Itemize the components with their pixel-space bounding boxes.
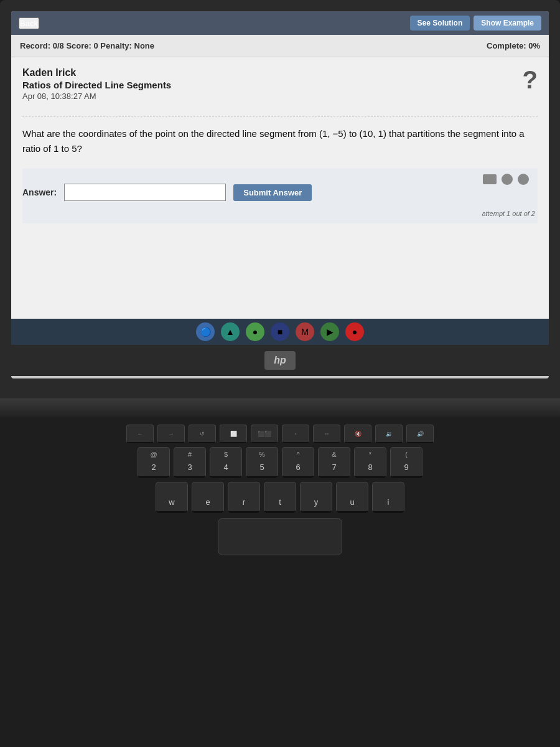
key-5[interactable]: % 5: [246, 447, 278, 478]
record-text: Record: 0/8 Score: 0 Penalty: None: [20, 41, 154, 50]
question-mark-icon[interactable]: ?: [523, 67, 538, 92]
qwerty-row: w e r t y u i: [19, 482, 541, 513]
undo-icon[interactable]: [502, 174, 513, 185]
key-refresh[interactable]: ↺: [189, 425, 216, 443]
toolbar-icons: [483, 174, 529, 185]
taskbar: 🔵 ▲ ● ■ M ▶ ●: [11, 319, 549, 345]
key-r[interactable]: r: [228, 482, 260, 513]
student-name: Kaden Irick: [22, 67, 171, 78]
taskbar-icon-1[interactable]: 🔵: [196, 322, 215, 341]
assignment-title: Ratios of Directed Line Segments: [22, 80, 171, 90]
screen-content: Back See Solution Show Example Record: 0…: [11, 11, 549, 378]
key-w[interactable]: w: [156, 482, 188, 513]
top-bar: Back See Solution Show Example: [11, 11, 549, 35]
keyboard: ← → ↺ ⬜ ⬛⬛ ◦ ◦◦ 🔇 🔉 🔊 @ 2 # 3 $ 4 % 5 ^ …: [0, 417, 560, 747]
taskbar-icon-7[interactable]: ●: [345, 322, 364, 341]
key-u[interactable]: u: [336, 482, 368, 513]
main-content: Kaden Irick Ratios of Directed Line Segm…: [11, 57, 549, 319]
key-8[interactable]: * 8: [354, 447, 386, 478]
key-t[interactable]: t: [264, 482, 296, 513]
assignment-info: Kaden Irick Ratios of Directed Line Segm…: [22, 67, 171, 107]
answer-row: Answer: Submit Answer: [22, 180, 538, 205]
taskbar-icon-6[interactable]: ▶: [320, 322, 339, 341]
taskbar-icon-4[interactable]: ■: [271, 322, 289, 341]
question-text: What are the coordinates of the point on…: [22, 126, 538, 156]
divider: [22, 116, 538, 116]
submit-answer-button[interactable]: Submit Answer: [233, 184, 312, 201]
complete-text: Complete: 0%: [487, 41, 540, 50]
key-brightness-down[interactable]: ◦: [282, 425, 309, 443]
touchpad[interactable]: [218, 518, 342, 555]
key-vol-down[interactable]: 🔉: [375, 425, 403, 443]
taskbar-icon-5[interactable]: M: [296, 322, 314, 341]
key-y[interactable]: y: [300, 482, 332, 513]
top-right-buttons: See Solution Show Example: [410, 16, 541, 31]
keyboard-icon[interactable]: [483, 174, 497, 184]
laptop-screen: Back See Solution Show Example Record: 0…: [0, 0, 560, 398]
key-2[interactable]: @ 2: [138, 447, 170, 478]
show-example-button[interactable]: Show Example: [474, 16, 541, 31]
answer-area: Answer: Submit Answer attempt 1 out of 2: [22, 169, 538, 223]
hp-logo: hp: [264, 351, 296, 370]
number-row: @ 2 # 3 $ 4 % 5 ^ 6 & 7 * 8 ( 9: [19, 447, 541, 478]
key-9[interactable]: ( 9: [390, 447, 422, 478]
redo-icon[interactable]: [518, 174, 529, 185]
header-section: Kaden Irick Ratios of Directed Line Segm…: [22, 67, 538, 107]
key-mute[interactable]: 🔇: [344, 425, 371, 443]
key-fullscreen[interactable]: ⬜: [220, 425, 247, 443]
taskbar-icon-2[interactable]: ▲: [221, 322, 240, 341]
taskbar-icon-3[interactable]: ●: [246, 322, 264, 341]
key-7[interactable]: & 7: [318, 447, 350, 478]
answer-input[interactable]: [64, 184, 226, 201]
key-6[interactable]: ^ 6: [282, 447, 314, 478]
answer-label: Answer:: [22, 187, 57, 197]
see-solution-button[interactable]: See Solution: [410, 16, 470, 31]
attempt-text: attempt 1 out of 2: [22, 210, 538, 217]
hp-logo-area: hp: [11, 345, 549, 376]
back-button[interactable]: Back: [19, 17, 39, 29]
key-multiwindow[interactable]: ⬛⬛: [251, 425, 278, 443]
hinge: [0, 398, 560, 417]
key-i[interactable]: i: [372, 482, 404, 513]
key-4[interactable]: $ 4: [210, 447, 242, 478]
key-back-arrow[interactable]: ←: [126, 425, 154, 443]
key-3[interactable]: # 3: [174, 447, 206, 478]
fn-row: ← → ↺ ⬜ ⬛⬛ ◦ ◦◦ 🔇 🔉 🔊: [19, 425, 541, 443]
date-text: Apr 08, 10:38:27 AM: [22, 92, 171, 101]
key-brightness-up[interactable]: ◦◦: [313, 425, 340, 443]
key-forward-arrow[interactable]: →: [157, 425, 185, 443]
key-e[interactable]: e: [192, 482, 224, 513]
record-bar: Record: 0/8 Score: 0 Penalty: None Compl…: [11, 35, 549, 57]
key-vol-up[interactable]: 🔊: [406, 425, 434, 443]
